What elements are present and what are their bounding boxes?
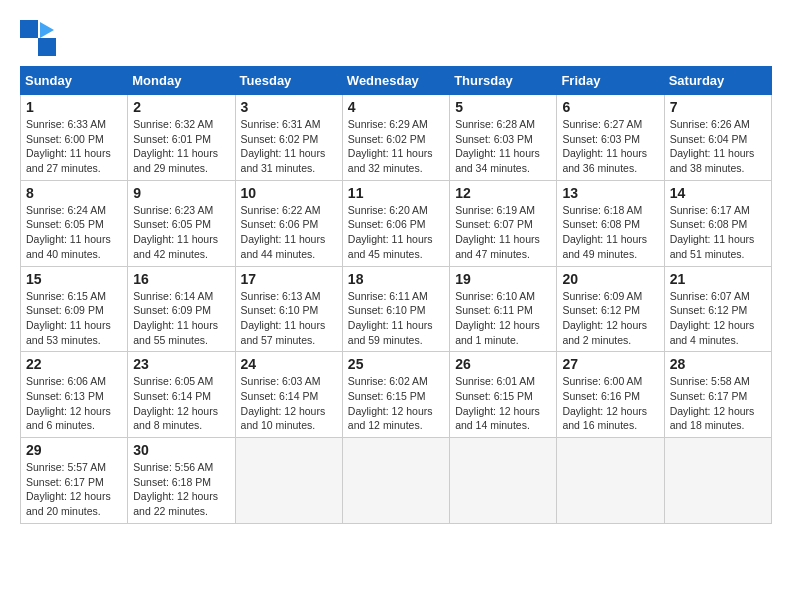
day-number: 7 [670, 99, 766, 115]
day-info: Sunrise: 6:05 AM Sunset: 6:14 PM Dayligh… [133, 374, 229, 433]
day-info: Sunrise: 6:23 AM Sunset: 6:05 PM Dayligh… [133, 203, 229, 262]
day-number: 11 [348, 185, 444, 201]
calendar-cell: 15 Sunrise: 6:15 AM Sunset: 6:09 PM Dayl… [21, 266, 128, 352]
logo [20, 20, 60, 56]
calendar-cell: 26 Sunrise: 6:01 AM Sunset: 6:15 PM Dayl… [450, 352, 557, 438]
weekday-header-friday: Friday [557, 67, 664, 95]
day-number: 4 [348, 99, 444, 115]
day-number: 13 [562, 185, 658, 201]
calendar-cell: 22 Sunrise: 6:06 AM Sunset: 6:13 PM Dayl… [21, 352, 128, 438]
weekday-header-monday: Monday [128, 67, 235, 95]
day-info: Sunrise: 5:56 AM Sunset: 6:18 PM Dayligh… [133, 460, 229, 519]
calendar-cell [342, 438, 449, 524]
calendar-cell: 29 Sunrise: 5:57 AM Sunset: 6:17 PM Dayl… [21, 438, 128, 524]
calendar-cell: 20 Sunrise: 6:09 AM Sunset: 6:12 PM Dayl… [557, 266, 664, 352]
day-info: Sunrise: 6:22 AM Sunset: 6:06 PM Dayligh… [241, 203, 337, 262]
day-info: Sunrise: 6:17 AM Sunset: 6:08 PM Dayligh… [670, 203, 766, 262]
day-info: Sunrise: 6:02 AM Sunset: 6:15 PM Dayligh… [348, 374, 444, 433]
weekday-header-sunday: Sunday [21, 67, 128, 95]
day-info: Sunrise: 6:24 AM Sunset: 6:05 PM Dayligh… [26, 203, 122, 262]
day-number: 19 [455, 271, 551, 287]
day-info: Sunrise: 6:03 AM Sunset: 6:14 PM Dayligh… [241, 374, 337, 433]
day-info: Sunrise: 6:13 AM Sunset: 6:10 PM Dayligh… [241, 289, 337, 348]
day-info: Sunrise: 6:32 AM Sunset: 6:01 PM Dayligh… [133, 117, 229, 176]
calendar-cell: 17 Sunrise: 6:13 AM Sunset: 6:10 PM Dayl… [235, 266, 342, 352]
calendar-cell: 16 Sunrise: 6:14 AM Sunset: 6:09 PM Dayl… [128, 266, 235, 352]
day-info: Sunrise: 6:07 AM Sunset: 6:12 PM Dayligh… [670, 289, 766, 348]
calendar-cell: 7 Sunrise: 6:26 AM Sunset: 6:04 PM Dayli… [664, 95, 771, 181]
day-number: 6 [562, 99, 658, 115]
day-number: 15 [26, 271, 122, 287]
day-number: 16 [133, 271, 229, 287]
calendar: SundayMondayTuesdayWednesdayThursdayFrid… [20, 66, 772, 524]
calendar-cell: 28 Sunrise: 5:58 AM Sunset: 6:17 PM Dayl… [664, 352, 771, 438]
day-number: 1 [26, 99, 122, 115]
weekday-header-thursday: Thursday [450, 67, 557, 95]
day-number: 26 [455, 356, 551, 372]
day-info: Sunrise: 6:01 AM Sunset: 6:15 PM Dayligh… [455, 374, 551, 433]
svg-rect-2 [20, 38, 38, 56]
day-number: 27 [562, 356, 658, 372]
day-number: 20 [562, 271, 658, 287]
day-number: 30 [133, 442, 229, 458]
day-number: 21 [670, 271, 766, 287]
day-number: 17 [241, 271, 337, 287]
day-number: 24 [241, 356, 337, 372]
day-info: Sunrise: 6:09 AM Sunset: 6:12 PM Dayligh… [562, 289, 658, 348]
calendar-cell [557, 438, 664, 524]
day-info: Sunrise: 6:31 AM Sunset: 6:02 PM Dayligh… [241, 117, 337, 176]
calendar-cell: 25 Sunrise: 6:02 AM Sunset: 6:15 PM Dayl… [342, 352, 449, 438]
weekday-header-tuesday: Tuesday [235, 67, 342, 95]
day-info: Sunrise: 6:29 AM Sunset: 6:02 PM Dayligh… [348, 117, 444, 176]
day-info: Sunrise: 6:27 AM Sunset: 6:03 PM Dayligh… [562, 117, 658, 176]
day-info: Sunrise: 5:57 AM Sunset: 6:17 PM Dayligh… [26, 460, 122, 519]
calendar-cell: 14 Sunrise: 6:17 AM Sunset: 6:08 PM Dayl… [664, 180, 771, 266]
day-number: 28 [670, 356, 766, 372]
day-info: Sunrise: 6:11 AM Sunset: 6:10 PM Dayligh… [348, 289, 444, 348]
day-info: Sunrise: 6:19 AM Sunset: 6:07 PM Dayligh… [455, 203, 551, 262]
calendar-cell: 23 Sunrise: 6:05 AM Sunset: 6:14 PM Dayl… [128, 352, 235, 438]
svg-rect-0 [20, 20, 38, 38]
calendar-cell: 30 Sunrise: 5:56 AM Sunset: 6:18 PM Dayl… [128, 438, 235, 524]
calendar-cell [664, 438, 771, 524]
calendar-cell: 8 Sunrise: 6:24 AM Sunset: 6:05 PM Dayli… [21, 180, 128, 266]
day-info: Sunrise: 6:18 AM Sunset: 6:08 PM Dayligh… [562, 203, 658, 262]
day-info: Sunrise: 6:06 AM Sunset: 6:13 PM Dayligh… [26, 374, 122, 433]
calendar-cell: 12 Sunrise: 6:19 AM Sunset: 6:07 PM Dayl… [450, 180, 557, 266]
day-info: Sunrise: 6:26 AM Sunset: 6:04 PM Dayligh… [670, 117, 766, 176]
day-info: Sunrise: 6:15 AM Sunset: 6:09 PM Dayligh… [26, 289, 122, 348]
calendar-cell: 10 Sunrise: 6:22 AM Sunset: 6:06 PM Dayl… [235, 180, 342, 266]
svg-rect-3 [38, 38, 56, 56]
calendar-cell: 18 Sunrise: 6:11 AM Sunset: 6:10 PM Dayl… [342, 266, 449, 352]
day-number: 29 [26, 442, 122, 458]
calendar-cell [235, 438, 342, 524]
calendar-cell: 6 Sunrise: 6:27 AM Sunset: 6:03 PM Dayli… [557, 95, 664, 181]
calendar-cell [450, 438, 557, 524]
day-info: Sunrise: 6:33 AM Sunset: 6:00 PM Dayligh… [26, 117, 122, 176]
day-info: Sunrise: 6:28 AM Sunset: 6:03 PM Dayligh… [455, 117, 551, 176]
day-info: Sunrise: 6:10 AM Sunset: 6:11 PM Dayligh… [455, 289, 551, 348]
weekday-header-saturday: Saturday [664, 67, 771, 95]
day-number: 10 [241, 185, 337, 201]
day-number: 2 [133, 99, 229, 115]
calendar-cell: 3 Sunrise: 6:31 AM Sunset: 6:02 PM Dayli… [235, 95, 342, 181]
day-info: Sunrise: 6:00 AM Sunset: 6:16 PM Dayligh… [562, 374, 658, 433]
calendar-cell: 2 Sunrise: 6:32 AM Sunset: 6:01 PM Dayli… [128, 95, 235, 181]
calendar-cell: 19 Sunrise: 6:10 AM Sunset: 6:11 PM Dayl… [450, 266, 557, 352]
weekday-header-wednesday: Wednesday [342, 67, 449, 95]
calendar-cell: 9 Sunrise: 6:23 AM Sunset: 6:05 PM Dayli… [128, 180, 235, 266]
day-number: 18 [348, 271, 444, 287]
day-number: 12 [455, 185, 551, 201]
calendar-cell: 21 Sunrise: 6:07 AM Sunset: 6:12 PM Dayl… [664, 266, 771, 352]
day-number: 25 [348, 356, 444, 372]
day-number: 22 [26, 356, 122, 372]
calendar-cell: 1 Sunrise: 6:33 AM Sunset: 6:00 PM Dayli… [21, 95, 128, 181]
calendar-cell: 4 Sunrise: 6:29 AM Sunset: 6:02 PM Dayli… [342, 95, 449, 181]
calendar-cell: 27 Sunrise: 6:00 AM Sunset: 6:16 PM Dayl… [557, 352, 664, 438]
day-number: 9 [133, 185, 229, 201]
calendar-cell: 11 Sunrise: 6:20 AM Sunset: 6:06 PM Dayl… [342, 180, 449, 266]
calendar-cell: 13 Sunrise: 6:18 AM Sunset: 6:08 PM Dayl… [557, 180, 664, 266]
day-number: 5 [455, 99, 551, 115]
day-number: 23 [133, 356, 229, 372]
calendar-cell: 24 Sunrise: 6:03 AM Sunset: 6:14 PM Dayl… [235, 352, 342, 438]
